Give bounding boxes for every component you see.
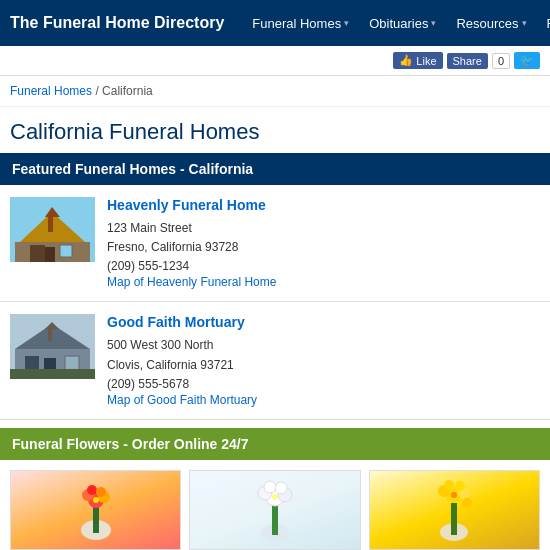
page-title: California Funeral Homes bbox=[0, 107, 550, 153]
svg-point-23 bbox=[96, 487, 106, 497]
svg-point-39 bbox=[455, 481, 465, 491]
listing-name-link[interactable]: Heavenly Funeral Home bbox=[107, 197, 540, 213]
svg-rect-5 bbox=[45, 247, 55, 262]
flowers-section: Funeral Flowers - Order Online 24/7 bbox=[0, 428, 550, 550]
site-title: The Funeral Home Directory bbox=[10, 14, 224, 32]
svg-rect-18 bbox=[93, 505, 99, 533]
svg-rect-4 bbox=[60, 245, 72, 257]
svg-rect-16 bbox=[10, 369, 95, 379]
svg-rect-3 bbox=[30, 245, 45, 262]
thumbs-up-icon: 👍 bbox=[399, 54, 413, 67]
svg-point-38 bbox=[444, 480, 454, 490]
flower-item[interactable] bbox=[10, 470, 181, 550]
breadcrumb: Funeral Homes / California bbox=[0, 76, 550, 107]
flower-item[interactable] bbox=[189, 470, 360, 550]
twitter-button[interactable]: 🐦 bbox=[514, 52, 540, 69]
listing-address: 500 West 300 North Clovis, California 93… bbox=[107, 336, 540, 374]
listing-address: 123 Main Street Fresno, California 93728 bbox=[107, 219, 540, 257]
listing-map-link[interactable]: Map of Heavenly Funeral Home bbox=[107, 275, 540, 289]
listing-item: Good Faith Mortuary 500 West 300 North C… bbox=[0, 302, 550, 419]
chevron-down-icon: ▾ bbox=[522, 18, 527, 28]
listing-name-link[interactable]: Good Faith Mortuary bbox=[107, 314, 540, 330]
listing-thumbnail bbox=[10, 314, 95, 379]
social-bar: 👍 Like Share 0 🐦 bbox=[0, 46, 550, 76]
featured-header: Featured Funeral Homes - California bbox=[0, 153, 550, 185]
flowers-header: Funeral Flowers - Order Online 24/7 bbox=[0, 428, 550, 460]
listing-item: Heavenly Funeral Home 123 Main Street Fr… bbox=[0, 185, 550, 302]
facebook-share-button[interactable]: Share bbox=[447, 53, 488, 69]
listing-details: Heavenly Funeral Home 123 Main Street Fr… bbox=[107, 197, 540, 289]
svg-point-40 bbox=[462, 498, 472, 508]
facebook-like-button[interactable]: 👍 Like bbox=[393, 52, 442, 69]
chevron-down-icon: ▾ bbox=[431, 18, 436, 28]
nav-follow[interactable]: Foll bbox=[539, 12, 550, 35]
svg-point-31 bbox=[275, 482, 287, 494]
featured-section: Featured Funeral Homes - California Heav… bbox=[0, 153, 550, 420]
nav-obituaries[interactable]: Obituaries ▾ bbox=[361, 12, 444, 35]
svg-point-22 bbox=[87, 485, 97, 495]
chevron-down-icon: ▾ bbox=[344, 18, 349, 28]
nav-funeral-homes[interactable]: Funeral Homes ▾ bbox=[244, 12, 357, 35]
breadcrumb-current: California bbox=[102, 84, 153, 98]
main-nav: Funeral Homes ▾ Obituaries ▾ Resources ▾… bbox=[244, 12, 550, 35]
breadcrumb-home[interactable]: Funeral Homes bbox=[10, 84, 92, 98]
listing-details: Good Faith Mortuary 500 West 300 North C… bbox=[107, 314, 540, 406]
listing-phone: (209) 555-5678 bbox=[107, 377, 540, 391]
listing-map-link[interactable]: Map of Good Faith Mortuary bbox=[107, 393, 540, 407]
site-header: The Funeral Home Directory Funeral Homes… bbox=[0, 0, 550, 46]
svg-rect-26 bbox=[272, 505, 278, 535]
listing-phone: (209) 555-1234 bbox=[107, 259, 540, 273]
share-count: 0 bbox=[492, 53, 510, 69]
svg-rect-6 bbox=[48, 217, 53, 232]
svg-point-41 bbox=[451, 492, 457, 498]
svg-rect-34 bbox=[451, 503, 457, 535]
svg-rect-12 bbox=[65, 356, 79, 370]
svg-point-32 bbox=[272, 494, 278, 500]
nav-resources[interactable]: Resources ▾ bbox=[448, 12, 534, 35]
listing-thumbnail bbox=[10, 197, 95, 262]
svg-point-24 bbox=[93, 497, 99, 503]
flower-item[interactable] bbox=[369, 470, 540, 550]
flowers-grid bbox=[0, 460, 550, 550]
twitter-icon: 🐦 bbox=[520, 54, 534, 66]
svg-rect-14 bbox=[48, 329, 52, 341]
svg-point-30 bbox=[264, 481, 276, 493]
